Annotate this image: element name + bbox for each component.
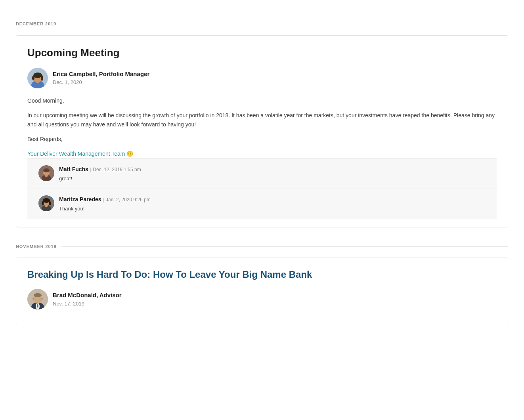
- post-card-upcoming-meeting: Upcoming Meeting: [16, 35, 508, 227]
- author-info-erica: Erica Campbell, Portfolio Manager Dec. 1…: [53, 70, 149, 86]
- section-december-2019: DECEMBER 2019 Upcoming Meeting: [16, 21, 508, 227]
- avatar-matt: [38, 165, 54, 181]
- author-name-brad: Brad McDonald, Advisor: [53, 291, 122, 300]
- comment-text-maritza: Thank you!: [59, 205, 151, 213]
- comment-header-matt: Matt Fuchs | Dec. 12, 2019 1:55 pm: [59, 165, 141, 174]
- comment-date-matt: Dec. 12, 2019 1:55 pm: [93, 166, 141, 173]
- svg-point-6: [41, 75, 43, 81]
- section-november-2019: NOVEMBER 2019 Breaking Up Is Hard To Do:…: [16, 243, 508, 326]
- post-signature: Your Deliver Wealth Management Team 🙂: [27, 151, 133, 157]
- svg-point-27: [41, 298, 43, 300]
- author-date-erica: Dec. 1, 2020: [53, 78, 149, 86]
- post-paragraph-4: Your Deliver Wealth Management Team 🙂: [27, 149, 497, 158]
- comment-body-maritza: Maritza Paredes | Jan. 2, 2020 9:26 pm T…: [59, 195, 151, 213]
- comment-text-matt: great!: [59, 175, 141, 183]
- comment-body-matt: Matt Fuchs | Dec. 12, 2019 1:55 pm great…: [59, 165, 141, 183]
- section-label-december: DECEMBER 2019: [16, 21, 56, 27]
- section-divider-november: [61, 246, 508, 247]
- svg-point-18: [49, 201, 51, 205]
- page-container: DECEMBER 2019 Upcoming Meeting: [0, 0, 524, 333]
- author-name-erica: Erica Campbell, Portfolio Manager: [53, 70, 149, 79]
- comment-date-maritza: Jan. 2, 2020 9:26 pm: [106, 196, 151, 203]
- comment-header-maritza: Maritza Paredes | Jan. 2, 2020 9:26 pm: [59, 195, 151, 204]
- post-body-upcoming-meeting: Good Morning, In our upcoming meeting we…: [27, 96, 497, 158]
- svg-point-11: [43, 168, 50, 172]
- post-paragraph-2: In our upcoming meeting we will be discu…: [27, 111, 497, 129]
- author-row-brad: Brad McDonald, Advisor Nov. 17, 2019: [27, 289, 497, 309]
- svg-point-17: [42, 201, 44, 205]
- svg-point-16: [43, 198, 50, 203]
- section-divider-december: [61, 24, 508, 24]
- avatar-maritza: [38, 195, 54, 211]
- author-date-brad: Nov. 17, 2019: [53, 300, 122, 308]
- section-header-november: NOVEMBER 2019: [16, 243, 508, 250]
- post-paragraph-3: Best Regards,: [27, 135, 497, 144]
- avatar-brad: [27, 289, 48, 309]
- avatar-matt-svg: [38, 165, 54, 181]
- avatar-erica-svg: [27, 68, 48, 88]
- post-title-upcoming-meeting: Upcoming Meeting: [27, 45, 497, 61]
- author-row-erica: Erica Campbell, Portfolio Manager Dec. 1…: [27, 68, 497, 88]
- author-info-brad: Brad McDonald, Advisor Nov. 17, 2019: [53, 291, 122, 307]
- post-paragraph-1: Good Morning,: [27, 96, 497, 105]
- avatar-maritza-svg: [38, 195, 54, 211]
- comment-author-matt: Matt Fuchs: [59, 165, 88, 174]
- svg-point-25: [34, 293, 42, 297]
- section-header-december: DECEMBER 2019: [16, 21, 508, 27]
- section-label-november: NOVEMBER 2019: [16, 243, 57, 250]
- comment-sep-matt: |: [90, 166, 91, 174]
- comment-item-maritza: Maritza Paredes | Jan. 2, 2020 9:26 pm T…: [27, 189, 497, 219]
- comment-item-matt: Matt Fuchs | Dec. 12, 2019 1:55 pm great…: [27, 159, 497, 189]
- svg-point-26: [33, 298, 34, 300]
- avatar-brad-svg: [27, 289, 48, 309]
- comment-author-maritza: Maritza Paredes: [59, 195, 101, 204]
- svg-point-4: [33, 73, 42, 78]
- avatar-erica: [27, 68, 48, 88]
- comments-section-upcoming-meeting: Matt Fuchs | Dec. 12, 2019 1:55 pm great…: [27, 158, 497, 219]
- svg-point-5: [32, 76, 34, 80]
- post-title-breaking-up: Breaking Up Is Hard To Do: How To Leave …: [27, 267, 497, 282]
- comment-sep-maritza: |: [103, 196, 104, 204]
- post-card-breaking-up: Breaking Up Is Hard To Do: How To Leave …: [16, 258, 508, 325]
